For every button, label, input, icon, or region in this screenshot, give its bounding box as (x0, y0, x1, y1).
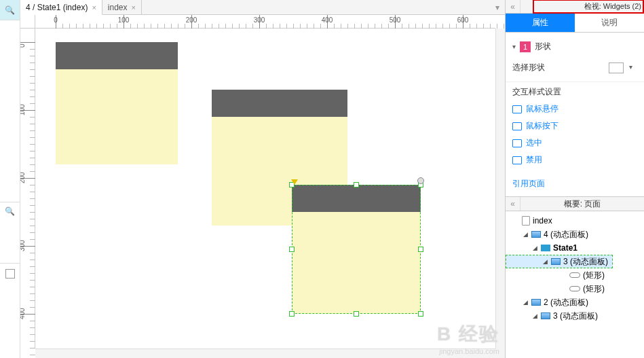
ruler-tick-label: 400 (322, 16, 333, 24)
tree-toggle-icon[interactable]: ◢ (531, 312, 538, 319)
collapse-icon[interactable]: « (506, 197, 520, 211)
outline-node-label: State1 (553, 243, 577, 253)
outline-node[interactable]: ◢State1 (506, 241, 644, 255)
ruler-tick-label: 500 (390, 16, 401, 24)
ruler-vertical: 0100200300400 (20, 29, 35, 348)
outline-node-label: index (533, 216, 552, 226)
ruler-tick-label: 300 (20, 240, 26, 251)
shape-picker[interactable] (609, 62, 624, 73)
ruler-tick-label: 100 (118, 16, 130, 24)
interaction-style-label: 禁用 (526, 154, 542, 166)
ruler-tick-label: 400 (20, 308, 26, 319)
dp-icon (531, 231, 541, 238)
dp-icon (531, 299, 541, 306)
connector-icon[interactable] (291, 179, 298, 185)
rotate-handle[interactable] (417, 177, 424, 184)
right-panel: « 检视: Widgets (2) 属性 说明 ▾ 1 形状 选择形状 交互样式… (505, 0, 644, 358)
outline-node-label: 3 (动态面板) (563, 256, 608, 268)
search-icon: 🔍 (5, 5, 15, 15)
close-icon[interactable]: × (92, 3, 96, 12)
resize-handle[interactable] (289, 311, 295, 317)
rect-icon (569, 272, 580, 278)
outline-node[interactable]: ◢3 (动态面板) (506, 309, 644, 323)
inspector-tabs: 属性 说明 (506, 14, 644, 33)
outline-header: « 概要: 页面 (506, 196, 644, 211)
tab-notes[interactable]: 说明 (575, 14, 644, 32)
shape-section-title: 形状 (535, 41, 551, 52)
resize-handle[interactable] (418, 311, 423, 317)
interaction-style-mousedown[interactable]: 鼠标按下 (512, 118, 637, 135)
interaction-style-label: 鼠标悬停 (526, 103, 558, 115)
rect-icon (569, 286, 580, 291)
style-icon (512, 139, 522, 147)
tree-toggle-icon[interactable]: ◢ (542, 258, 548, 265)
interaction-style-label: 鼠标按下 (526, 120, 558, 132)
interaction-styles-list: 鼠标悬停鼠标按下选中禁用 (506, 101, 644, 174)
ruler-tick-label: 200 (20, 172, 26, 183)
tab-label: index (108, 3, 128, 12)
left-tool-strip: 🔍 🔍 (0, 0, 20, 358)
left-panel-b[interactable] (0, 263, 20, 358)
ruler-tick-label: 200 (186, 16, 197, 24)
canvas-widget[interactable] (56, 42, 178, 164)
canvas[interactable] (35, 29, 495, 348)
tree-toggle-icon[interactable]: ◢ (522, 231, 529, 238)
ruler-tick-label: 600 (457, 16, 469, 24)
ruler-horizontal: 0100200300400500600 (35, 15, 495, 29)
outline-node[interactable]: ◢2 (动态面板) (506, 296, 644, 309)
outline-node[interactable]: (矩形) (506, 268, 644, 282)
inspector-header: « 检视: Widgets (2) (506, 0, 644, 14)
close-icon[interactable]: × (132, 3, 136, 12)
editor: 0100200300400500600 0100200300400 B 经验 j… (20, 15, 505, 358)
ruler-corner (20, 15, 35, 29)
tree-toggle-icon[interactable]: ◢ (522, 299, 529, 306)
outline-node-label: 4 (动态面板) (544, 229, 588, 240)
resize-handle[interactable] (354, 182, 359, 187)
collapse-icon[interactable]: « (506, 0, 520, 13)
tool-search-a[interactable]: 🔍 (0, 0, 20, 20)
resize-handle[interactable] (418, 247, 423, 252)
outline-node-label: (矩形) (583, 283, 605, 295)
page-icon (522, 216, 530, 226)
ruler-tick-label: 100 (20, 104, 26, 115)
interaction-style-hover[interactable]: 鼠标悬停 (512, 101, 637, 118)
outline-node-label: 3 (动态面板) (553, 310, 598, 322)
state-icon (541, 245, 550, 251)
annotation-highlight (533, 0, 644, 14)
dp-icon (541, 312, 550, 319)
resize-handle[interactable] (289, 247, 295, 252)
interaction-style-selected[interactable]: 选中 (512, 135, 637, 151)
resize-handle[interactable] (354, 311, 359, 317)
style-icon (512, 122, 522, 130)
panel-icon (5, 269, 15, 279)
style-icon (512, 156, 522, 164)
outline-node[interactable]: ◢4 (动态面板) (506, 228, 644, 241)
chevron-down-icon[interactable]: ▾ (512, 43, 516, 50)
outline-title: 概要: 页面 (520, 198, 644, 210)
outline-node[interactable]: index (506, 214, 644, 228)
tab-0[interactable]: 4 / State1 (index) × (20, 0, 102, 15)
tab-properties[interactable]: 属性 (506, 14, 575, 32)
left-panel-a[interactable]: 🔍 (0, 202, 20, 263)
select-shape-label: 选择形状 (512, 62, 545, 73)
outline-node[interactable]: (矩形) (506, 282, 644, 296)
outline-node[interactable]: ◢3 (动态面板) (506, 255, 613, 268)
scrollbar-vertical[interactable] (495, 29, 505, 348)
interaction-style-label: 选中 (526, 137, 542, 149)
style-icon (512, 105, 522, 113)
outline-node-label: 2 (动态面板) (544, 297, 588, 308)
reference-page[interactable]: 引用页面 (506, 174, 644, 196)
interaction-styles-title: 交互样式设置 (506, 82, 644, 101)
search-icon: 🔍 (5, 207, 15, 216)
tab-1[interactable]: index × (102, 0, 142, 14)
scrollbar-horizontal[interactable] (35, 348, 495, 358)
tabbar-menu[interactable]: ▾ (490, 0, 505, 14)
main-area: 4 / State1 (index) × index × ▾ 010020030… (20, 0, 505, 358)
outline-node-label: (矩形) (583, 270, 605, 281)
dp-icon (551, 258, 561, 265)
tab-label: 4 / State1 (index) (26, 3, 88, 12)
tree-toggle-icon[interactable]: ◢ (531, 245, 538, 251)
ruler-tick-label: 0 (20, 43, 26, 48)
ruler-tick-label: 300 (254, 16, 265, 24)
interaction-style-disabled[interactable]: 禁用 (512, 151, 637, 168)
